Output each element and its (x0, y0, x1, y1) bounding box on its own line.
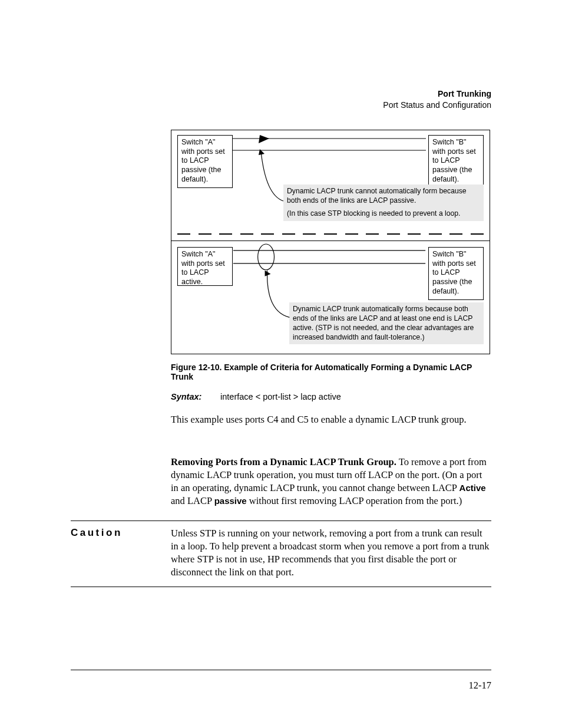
top-callout-line2: (In this case STP blocking is needed to … (287, 209, 480, 219)
header-title: Port Trunking (383, 88, 491, 100)
removing-ports-paragraph: Removing Ports from a Dynamic LACP Trunk… (171, 456, 491, 508)
remove-runin: Removing Ports from a Dynamic LACP Trunk… (171, 456, 396, 467)
page-number: 12-17 (71, 680, 491, 691)
footer-rule (71, 670, 491, 670)
dashed-separator (171, 233, 490, 238)
example-paragraph: This example uses ports C4 and C5 to ena… (171, 413, 491, 426)
syntax-text: interface < port-list > lacp active (220, 392, 341, 401)
caution-block: Caution Unless STP is running on your ne… (71, 521, 491, 588)
rule-bottom (71, 587, 491, 587)
syntax-line: Syntax: interface < port-list > lacp act… (171, 392, 491, 401)
bottom-callout: Dynamic LACP trunk automatically forms b… (289, 302, 484, 344)
switch-b-top-label: Switch "B" with ports set to LACP passiv… (428, 135, 484, 188)
svg-marker-3 (259, 149, 265, 155)
svg-point-6 (258, 244, 275, 270)
diagram-bottom-section: Switch "A" with ports set to LACP active… (171, 241, 490, 354)
figure-block: Switch "A" with ports set to LACP passiv… (171, 130, 491, 508)
figure-caption: Figure 12-10. Example of Criteria for Au… (171, 363, 491, 381)
diagram-top-section: Switch "A" with ports set to LACP passiv… (171, 130, 490, 233)
svg-marker-7 (265, 271, 271, 276)
svg-marker-2 (259, 135, 269, 143)
remove-active: Active (459, 483, 486, 493)
caution-label: Caution (71, 527, 171, 579)
page: Port Trunking Port Status and Configurat… (0, 0, 562, 728)
remove-seg3: without first removing LACP operation fr… (247, 495, 462, 506)
header-subtitle: Port Status and Configuration (383, 100, 491, 111)
top-callout: Dynamic LACP trunk cannot automatically … (283, 185, 484, 221)
switch-a-bottom-label: Switch "A" with ports set to LACP active… (177, 247, 233, 286)
top-callout-line1: Dynamic LACP trunk cannot automatically … (287, 187, 480, 206)
syntax-label: Syntax: (171, 392, 218, 401)
remove-seg2: and LACP (171, 495, 214, 506)
figure-diagram: Switch "A" with ports set to LACP passiv… (171, 130, 490, 354)
switch-a-top-label: Switch "A" with ports set to LACP passiv… (177, 135, 233, 188)
running-header: Port Trunking Port Status and Configurat… (383, 88, 491, 111)
caution-text: Unless STP is running on your network, r… (171, 527, 491, 579)
switch-b-bottom-label: Switch "B" with ports set to LACP passiv… (428, 247, 484, 300)
remove-passive: passive (214, 496, 247, 506)
